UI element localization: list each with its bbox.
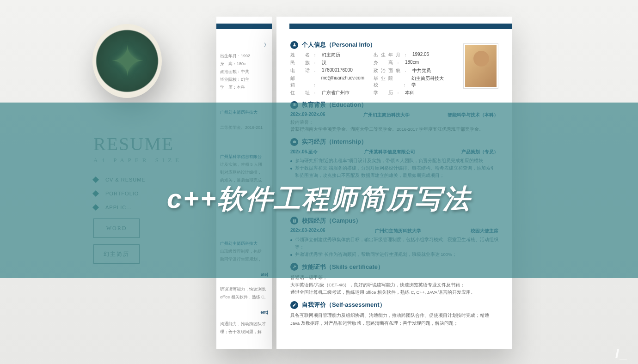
top-accent-bar [289,24,512,29]
pencil-icon [290,301,298,309]
watermark: I_ [615,346,629,361]
overlay-title: c++软件工程师简历写法 [0,181,638,217]
peek-header: ） [220,41,268,49]
person-icon [290,41,298,49]
plant-decoration [92,24,162,98]
section-title: 个人信息（Personal Info） [302,41,376,49]
section-title: 自我评价（Self-assessment） [302,301,386,309]
avatar [463,43,498,89]
section-assessment: 自我评价（Self-assessment） 具备互联网项目管理能力及组织协调、沟… [290,301,498,327]
top-accent-bar [216,24,272,29]
